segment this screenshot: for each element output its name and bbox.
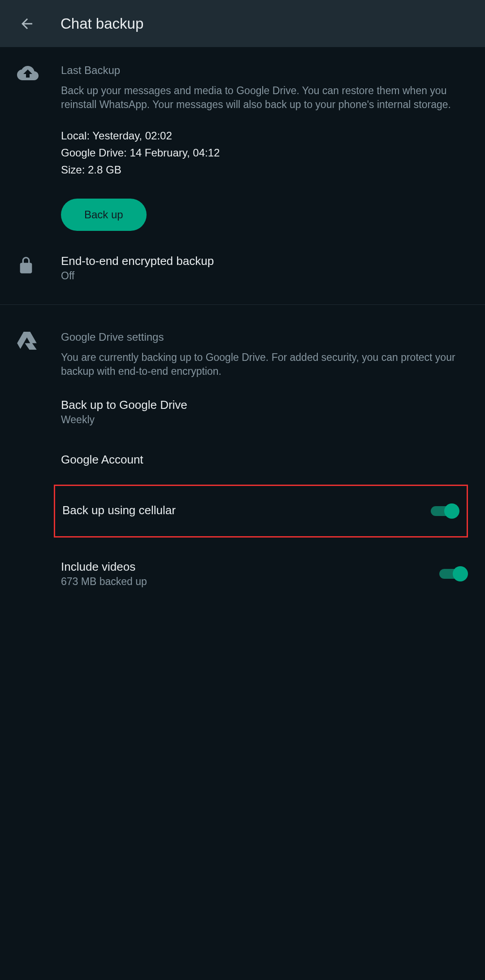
local-backup-info: Local: Yesterday, 02:02 bbox=[61, 130, 468, 142]
back-button[interactable] bbox=[18, 15, 36, 33]
header: Chat backup bbox=[0, 0, 485, 47]
google-drive-backup-info: Google Drive: 14 February, 04:12 bbox=[61, 147, 468, 159]
backup-frequency-value: Weekly bbox=[61, 414, 468, 426]
google-account-row[interactable]: Google Account bbox=[0, 437, 485, 485]
last-backup-body: Last Backup Back up your messages and me… bbox=[61, 64, 468, 231]
last-backup-title: Last Backup bbox=[61, 64, 468, 77]
lock-icon bbox=[17, 254, 39, 282]
include-videos-text: Include videos 673 MB backed up bbox=[61, 560, 439, 588]
include-videos-title: Include videos bbox=[61, 560, 439, 574]
google-drive-icon bbox=[17, 331, 39, 378]
page-title: Chat backup bbox=[61, 15, 143, 32]
content: Last Backup Back up your messages and me… bbox=[0, 47, 485, 598]
backup-frequency-title: Back up to Google Drive bbox=[61, 398, 468, 412]
google-account-text: Google Account bbox=[61, 453, 468, 468]
include-videos-row[interactable]: Include videos 673 MB backed up bbox=[0, 538, 485, 598]
divider bbox=[0, 304, 485, 305]
include-videos-toggle[interactable] bbox=[439, 566, 468, 582]
cellular-toggle[interactable] bbox=[431, 503, 459, 519]
encrypted-backup-status: Off bbox=[61, 270, 468, 282]
google-drive-settings-description: You are currently backing up to Google D… bbox=[61, 351, 468, 378]
last-backup-description: Back up your messages and media to Googl… bbox=[61, 84, 468, 112]
cellular-backup-title: Back up using cellular bbox=[62, 503, 431, 517]
toggle-thumb bbox=[453, 566, 468, 581]
google-drive-body: Google Drive settings You are currently … bbox=[61, 331, 468, 378]
backup-size-info: Size: 2.8 GB bbox=[61, 164, 468, 176]
encrypted-backup-row[interactable]: End-to-end encrypted backup Off bbox=[0, 248, 485, 295]
google-drive-settings-title: Google Drive settings bbox=[61, 331, 468, 343]
cellular-backup-row[interactable]: Back up using cellular bbox=[54, 485, 468, 538]
cellular-backup-text: Back up using cellular bbox=[62, 503, 431, 519]
encrypted-backup-text: End-to-end encrypted backup Off bbox=[61, 254, 468, 282]
include-videos-subtitle: 673 MB backed up bbox=[61, 576, 439, 588]
backup-frequency-text: Back up to Google Drive Weekly bbox=[61, 398, 468, 426]
cloud-upload-icon bbox=[17, 64, 39, 231]
backup-frequency-row[interactable]: Back up to Google Drive Weekly bbox=[0, 387, 485, 437]
encrypted-backup-title: End-to-end encrypted backup bbox=[61, 254, 468, 268]
toggle-thumb bbox=[444, 503, 459, 519]
google-account-title: Google Account bbox=[61, 453, 468, 467]
arrow-left-icon bbox=[19, 16, 35, 32]
backup-button[interactable]: Back up bbox=[61, 199, 147, 231]
last-backup-section: Last Backup Back up your messages and me… bbox=[0, 47, 485, 248]
google-drive-section: Google Drive settings You are currently … bbox=[0, 314, 485, 387]
